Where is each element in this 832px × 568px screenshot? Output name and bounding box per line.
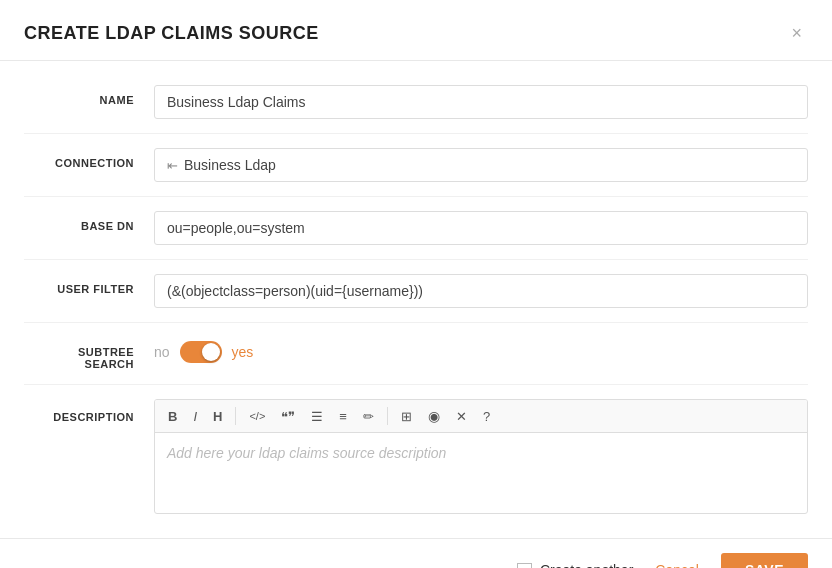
cancel-button[interactable]: Cancel [647,558,707,568]
toggle-thumb [202,343,220,361]
userfilter-row: USER FILTER [24,260,808,323]
subtree-label: SUBTREE SEARCH [24,337,154,370]
subtree-toggle[interactable] [180,341,222,363]
name-input[interactable] [154,85,808,119]
create-another-wrap: Create another [517,562,633,568]
basedn-input[interactable] [154,211,808,245]
toolbar-help[interactable]: ? [476,405,497,428]
toolbar-ol[interactable]: ≡ [332,405,354,428]
name-control [154,85,808,119]
basedn-control [154,211,808,245]
connection-input[interactable]: ⇤ Business Ldap [154,148,808,182]
description-row: DESCRIPTION B I H </> ❝❞ ☰ ≡ ✏ ⊞ [24,385,808,528]
connection-icon: ⇤ [167,158,178,173]
editor-wrap: B I H </> ❝❞ ☰ ≡ ✏ ⊞ ◉ ✕ ? [154,399,808,514]
toolbar-ul[interactable]: ☰ [304,405,330,428]
description-label: DESCRIPTION [24,399,154,423]
connection-value: Business Ldap [184,157,276,173]
toggle-yes-label: yes [232,344,254,360]
userfilter-input[interactable] [154,274,808,308]
toolbar-bold[interactable]: B [161,405,184,428]
description-control: B I H </> ❝❞ ☰ ≡ ✏ ⊞ ◉ ✕ ? [154,399,808,514]
save-button[interactable]: SAVE [721,553,808,568]
editor-toolbar: B I H </> ❝❞ ☰ ≡ ✏ ⊞ ◉ ✕ ? [155,400,807,433]
toolbar-pen[interactable]: ✏ [356,405,381,428]
toolbar-divider-1 [235,407,236,425]
toolbar-quote[interactable]: ❝❞ [274,405,302,428]
create-another-checkbox[interactable] [517,563,532,569]
userfilter-label: USER FILTER [24,274,154,295]
create-another-label[interactable]: Create another [540,562,633,568]
subtree-control: no yes [154,337,808,363]
modal-footer: Create another Cancel SAVE [0,538,832,568]
toolbar-heading[interactable]: H [206,405,229,428]
connection-label: CONNECTION [24,148,154,169]
modal-header: CREATE LDAP CLAIMS SOURCE × [0,0,832,61]
modal-title: CREATE LDAP CLAIMS SOURCE [24,23,319,44]
toolbar-code[interactable]: </> [242,406,272,426]
editor-placeholder: Add here your ldap claims source descrip… [167,445,446,461]
basedn-row: BASE DN [24,197,808,260]
toggle-no-label: no [154,344,170,360]
toolbar-table[interactable]: ⊞ [394,405,419,428]
toolbar-close[interactable]: ✕ [449,405,474,428]
modal-body: NAME CONNECTION ⇤ Business Ldap BASE DN [0,61,832,538]
toolbar-divider-2 [387,407,388,425]
connection-control: ⇤ Business Ldap [154,148,808,182]
close-button[interactable]: × [785,22,808,44]
editor-body[interactable]: Add here your ldap claims source descrip… [155,433,807,513]
subtree-row: SUBTREE SEARCH no yes [24,323,808,385]
connection-row: CONNECTION ⇤ Business Ldap [24,134,808,197]
userfilter-control [154,274,808,308]
name-row: NAME [24,71,808,134]
create-ldap-modal: CREATE LDAP CLAIMS SOURCE × NAME CONNECT… [0,0,832,568]
basedn-label: BASE DN [24,211,154,232]
toggle-row: no yes [154,337,808,363]
toolbar-eye[interactable]: ◉ [421,404,447,428]
name-label: NAME [24,85,154,106]
toolbar-italic[interactable]: I [186,405,204,428]
